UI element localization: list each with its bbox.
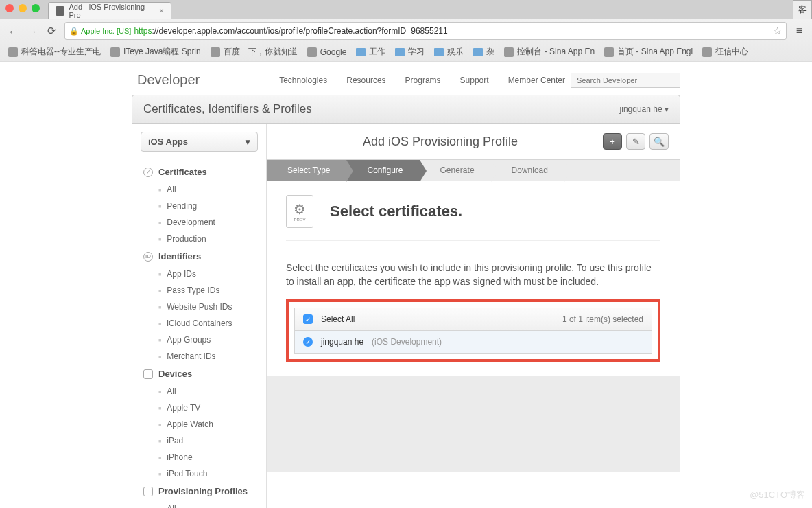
toolbar: + ✎ 🔍 [603, 133, 669, 150]
reload-button[interactable]: ⟳ [45, 25, 58, 37]
sidebar-item[interactable]: All [132, 383, 266, 400]
step-generate[interactable]: Generate [420, 160, 491, 181]
edit-button[interactable]: ✎ [626, 133, 645, 150]
main-header: Add iOS Provisioning Profile + ✎ 🔍 [267, 124, 680, 159]
close-tab-icon[interactable]: × [159, 6, 164, 16]
user-dropdown[interactable]: jingquan he ▾ [620, 104, 669, 114]
content-area: iOS Apps▾ ✓CertificatesAllPendingDevelop… [132, 124, 680, 508]
add-button[interactable]: + [603, 133, 622, 150]
bookmark-item[interactable]: Google [307, 47, 347, 57]
sidebar-category[interactable]: ✓Certificates [132, 163, 266, 181]
page-icon [307, 47, 317, 57]
sidebar-item[interactable]: App Groups [132, 332, 266, 348]
chevron-down-icon: ▾ [246, 137, 250, 147]
page-icon [702, 47, 712, 57]
browser-tab[interactable]: Add - iOS Provisioning Pro × [48, 2, 171, 19]
nav-link[interactable]: Resources [346, 76, 385, 85]
bookmark-item[interactable]: 科答电器--专业生产电 [8, 46, 101, 58]
maximize-window-icon[interactable] [32, 4, 40, 12]
selection-count: 1 of 1 item(s) selected [562, 314, 643, 324]
sidebar-category[interactable]: Devices [132, 365, 266, 383]
close-window-icon[interactable] [5, 4, 14, 12]
folder-icon [356, 48, 366, 56]
page-content: Developer TechnologiesResourcesProgramsS… [0, 62, 812, 508]
sidebar-item[interactable]: App IDs [132, 266, 266, 282]
sidebar-item[interactable]: Website Push IDs [132, 299, 266, 315]
bookmarks-bar: 科答电器--专业生产电ITeye Java编程 Sprin百度一下，你就知道Go… [0, 43, 812, 62]
bookmark-item[interactable]: 学习 [395, 46, 425, 58]
page-icon [211, 47, 220, 57]
hamburger-menu-icon[interactable]: ≡ [793, 25, 805, 37]
highlight-annotation: ✓ Select All 1 of 1 item(s) selected ✓ji… [286, 299, 660, 362]
page-icon [110, 47, 120, 57]
address-bar[interactable]: 🔒 Apple Inc. [US] https://developer.appl… [64, 22, 787, 40]
instructions-text: Select the certificates you wish to incl… [286, 262, 660, 288]
provisioning-file-icon: ⚙ PROV [286, 195, 313, 228]
page-icon [604, 47, 614, 57]
sidebar-item[interactable]: Production [132, 231, 266, 247]
nav-link[interactable]: Support [460, 76, 489, 85]
developer-brand: Developer [137, 72, 200, 88]
sidebar-item[interactable]: Development [132, 214, 266, 231]
gear-icon: ⚙ [294, 201, 306, 218]
lock-icon: 🔒 Apple Inc. [US] [69, 27, 131, 36]
bookmark-item[interactable]: ITeye Java编程 Sprin [110, 46, 201, 58]
section-bar: Certificates, Identifiers & Profiles jin… [132, 95, 680, 124]
search-input[interactable] [571, 73, 680, 88]
device-icon [143, 369, 153, 379]
minimize-window-icon[interactable] [19, 4, 27, 12]
select-all-row[interactable]: ✓ Select All 1 of 1 item(s) selected [295, 308, 652, 331]
sidebar-item[interactable]: Pending [132, 198, 266, 214]
back-button[interactable]: ← [7, 25, 19, 37]
tab-title: Add - iOS Provisioning Pro [69, 3, 155, 19]
sidebar-item[interactable]: All [132, 500, 266, 508]
nav-link[interactable]: Technologies [279, 76, 327, 85]
checkbox-icon[interactable]: ✓ [303, 314, 313, 324]
sidebar-category[interactable]: IDIdentifiers [132, 247, 266, 266]
certificate-table: ✓ Select All 1 of 1 item(s) selected ✓ji… [294, 308, 652, 354]
page-icon [504, 47, 514, 57]
bookmark-item[interactable]: 征信中心 [702, 46, 748, 58]
sidebar-item[interactable]: All [132, 181, 266, 198]
nav-link[interactable]: Member Center [508, 76, 565, 85]
heading-text: Select certificates. [330, 203, 462, 220]
sidebar-item[interactable]: iPad [132, 432, 266, 449]
bookmark-item[interactable]: 控制台 - Sina App En [504, 46, 595, 58]
bookmark-item[interactable]: 杂 [473, 46, 494, 58]
sidebar-item[interactable]: Apple TV [132, 400, 266, 416]
bookmark-item[interactable]: 娱乐 [434, 46, 464, 58]
checkbox-icon[interactable]: ✓ [303, 337, 313, 347]
folder-icon [434, 48, 444, 56]
bookmark-item[interactable]: 百度一下，你就知道 [211, 46, 298, 58]
page-icon [8, 47, 18, 57]
check-icon: ✓ [143, 168, 153, 177]
bookmark-item[interactable]: 首页 - Sina App Engi [604, 46, 693, 58]
window-controls[interactable] [5, 4, 40, 12]
bookmark-item[interactable]: 工作 [356, 46, 385, 58]
prov-icon [143, 487, 153, 496]
apple-nav: TechnologiesResourcesProgramsSupportMemb… [279, 76, 565, 85]
forward-button[interactable]: → [26, 25, 38, 37]
sidebar-item[interactable]: iCloud Containers [132, 315, 266, 332]
profile-button[interactable]: 客 [793, 0, 812, 19]
folder-icon [395, 48, 405, 56]
search-button[interactable]: 🔍 [649, 133, 669, 150]
step-configure[interactable]: Configure [346, 160, 419, 181]
heading-row: ⚙ PROV Select certificates. [286, 195, 660, 241]
nav-link[interactable]: Programs [405, 76, 441, 85]
sidebar-item[interactable]: Apple Watch [132, 416, 266, 432]
step-download[interactable]: Download [491, 160, 564, 181]
sidebar-item[interactable]: Merchant IDs [132, 348, 266, 365]
folder-icon [473, 48, 483, 56]
select-all-label: Select All [321, 314, 355, 324]
platform-dropdown[interactable]: iOS Apps▾ [141, 132, 258, 152]
sidebar-category[interactable]: Provisioning Profiles [132, 482, 266, 500]
certificate-row[interactable]: ✓jingquan he (iOS Development) [295, 331, 652, 353]
sidebar-item[interactable]: iPod Touch [132, 465, 266, 482]
bookmark-star-icon[interactable]: ☆ [773, 25, 782, 37]
sidebar-item[interactable]: iPhone [132, 449, 266, 465]
sidebar-item[interactable]: Pass Type IDs [132, 282, 266, 299]
page-title: Add iOS Provisioning Profile [278, 135, 603, 149]
watermark: @51CTO博客 [750, 489, 805, 501]
step-select-type[interactable]: Select Type [267, 160, 346, 181]
